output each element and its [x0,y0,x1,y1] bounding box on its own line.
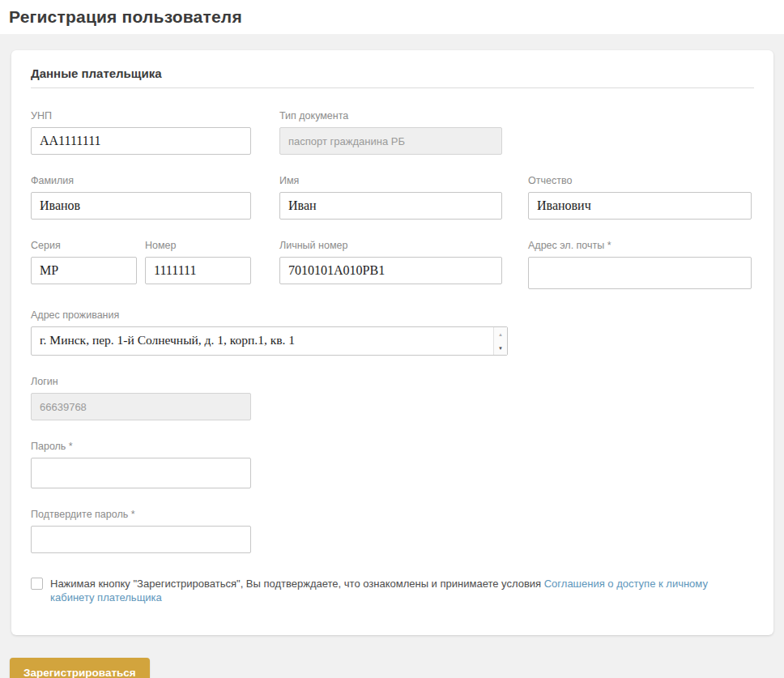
last-name-field: Фамилия [31,175,251,220]
login-input [31,393,251,420]
payer-data-card: Данные плательщика УНП Тип документа Фам… [11,50,773,635]
email-label: Адрес эл. почты * [528,240,752,252]
agreement-checkbox[interactable] [31,578,43,590]
form-row: Фамилия Имя Отчество [31,175,754,220]
first-name-label: Имя [279,175,502,187]
scroll-down-icon[interactable]: ▼ [494,341,507,355]
series-label: Серия [31,240,137,252]
register-button[interactable]: Зарегистрироваться [10,658,150,678]
login-field: Логин [31,376,251,420]
first-name-field: Имя [279,175,502,220]
personal-number-label: Личный номер [279,240,502,252]
confirm-password-field: Подтвердите пароль * [31,509,251,553]
unp-input[interactable] [31,127,251,155]
email-input[interactable] [528,257,752,289]
personal-number-input[interactable] [279,257,502,284]
doc-type-label: Тип документа [279,110,502,122]
passport-series-number: Серия Номер [31,240,251,284]
page-title: Регистрация пользователя [9,7,784,27]
confirm-password-label: Подтвердите пароль * [31,509,251,521]
address-field: Адрес проживания г. Минск, пер. 1-й Солн… [31,309,508,356]
number-input[interactable] [145,257,251,284]
personal-number-field: Личный номер [279,240,502,284]
section-divider [31,87,754,88]
form-row: Подтвердите пароль * [31,509,754,553]
series-field: Серия [31,240,137,284]
address-label: Адрес проживания [31,309,508,322]
form-row: Серия Номер Личный номер Адрес эл. почты… [31,240,754,289]
middle-name-label: Отчество [528,175,752,187]
middle-name-input[interactable] [528,192,752,220]
doc-type-input [279,127,502,155]
agreement-text-static: Нажимая кнопку "Зарегистрироваться", Вы … [50,578,544,590]
section-title: Данные плательщика [31,66,754,80]
scroll-up-icon[interactable]: ▲ [494,327,507,341]
series-input[interactable] [31,257,137,284]
page-header: Регистрация пользователя [0,0,784,34]
email-field: Адрес эл. почты * [528,240,752,289]
form-row: УНП Тип документа [31,110,754,155]
password-field: Пароль * [31,441,251,488]
form-row: Логин [31,376,754,420]
first-name-input[interactable] [279,192,502,220]
form-row: Адрес проживания г. Минск, пер. 1-й Солн… [31,309,754,356]
doc-type-field: Тип документа [279,110,502,155]
last-name-label: Фамилия [31,175,251,187]
password-label: Пароль * [31,441,251,453]
agreement-text: Нажимая кнопку "Зарегистрироваться", Вы … [50,577,754,604]
last-name-input[interactable] [31,192,251,220]
form-row: Пароль * [31,441,754,488]
unp-field: УНП [31,110,251,155]
password-input[interactable] [31,458,251,488]
login-label: Логин [31,376,251,388]
textarea-scrollbar[interactable]: ▲ ▼ [493,327,507,355]
number-label: Номер [145,240,251,252]
middle-name-field: Отчество [528,175,752,220]
confirm-password-input[interactable] [31,526,251,553]
agreement-row: Нажимая кнопку "Зарегистрироваться", Вы … [31,577,754,604]
address-textarea[interactable]: г. Минск, пер. 1-й Солнечный, д. 1, корп… [31,326,508,356]
unp-label: УНП [31,110,251,122]
number-field: Номер [145,240,251,284]
